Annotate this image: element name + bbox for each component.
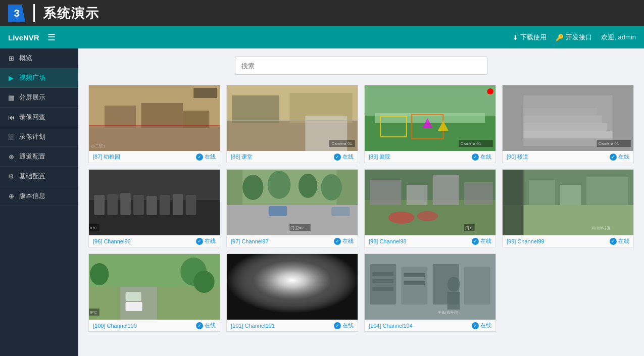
camera-card-99[interactable]: 04-22-2020 年4月 11:12:00 四(朝韩东互 [99] Chan… — [502, 169, 634, 247]
cam99-status: ✓ 在线 — [610, 237, 629, 245]
cam97-channel: [97] Channel97 — [231, 238, 269, 244]
basic-config-icon: ⚙ — [7, 173, 15, 180]
svg-rect-96 — [373, 279, 393, 283]
download-icon: ⬇ — [513, 34, 518, 41]
svg-text:四(朝韩东互: 四(朝韩东互 — [591, 226, 611, 230]
welcome-label: 欢迎, admin — [601, 33, 636, 42]
sidebar-label-split-display: 分屏展示 — [19, 93, 45, 102]
svg-rect-44 — [186, 195, 196, 215]
search-input[interactable] — [235, 57, 487, 75]
sidebar-item-split-display[interactable]: ▦ 分屏展示 — [0, 88, 78, 108]
camera-footer-104: [104] Channel104 ✓ 在线 — [365, 320, 496, 331]
camera-thumb-88: 2020年04月22日 星期三 11:19:09 Camera 01 — [227, 85, 358, 151]
sidebar-label-video-plaza: 视频广场 — [19, 73, 45, 82]
svg-rect-84 — [126, 302, 142, 311]
svg-text:IPC: IPC — [90, 310, 97, 315]
status-dot-104: ✓ — [472, 322, 479, 329]
svg-rect-97 — [373, 287, 393, 291]
hamburger-icon[interactable]: ☰ — [47, 32, 56, 43]
sidebar-label-playback: 录像回查 — [19, 113, 45, 122]
api-button[interactable]: 🔑 开发接口 — [556, 33, 592, 42]
status-dot-100: ✓ — [196, 322, 203, 329]
camera-thumb-98: 04-22-2020 星期三 11:22:28 门1 — [365, 170, 496, 235]
sidebar-label-channel-config: 通道配置 — [19, 152, 45, 161]
camera-footer-87: [87] 幼稚园 ✓ 在线 — [89, 151, 220, 163]
camera-grid: 2020年04月22日 星期三 11:19:08 小二班1 [87] 幼稚园 — [88, 85, 634, 332]
sidebar-item-video-plaza[interactable]: ▶ 视频广场 — [0, 68, 78, 88]
camera-card-88[interactable]: 2020年04月22日 星期三 11:19:09 Camera 01 [88] … — [226, 85, 358, 163]
cam98-status: ✓ 在线 — [472, 237, 491, 245]
camera-card-100[interactable]: IPC [100] Channel100 ✓ 在线 — [88, 253, 220, 332]
svg-rect-9 — [232, 95, 279, 123]
svg-point-100 — [448, 277, 460, 292]
title-divider — [33, 4, 35, 22]
svg-point-51 — [268, 171, 291, 199]
sidebar-item-channel-config[interactable]: ⊛ 通道配置 — [0, 147, 78, 167]
cam88-channel: [88] 课堂 — [231, 153, 253, 161]
camera-footer-90: [90] 楼道 ✓ 在线 — [503, 151, 633, 163]
camera-card-104[interactable]: 2020年4月 星期三 11:13:02 — [364, 253, 496, 332]
status-label-96: 在线 — [205, 237, 216, 245]
svg-rect-42 — [160, 195, 170, 215]
cam89-channel: [89] 庭院 — [369, 153, 390, 161]
svg-point-82 — [193, 271, 214, 293]
sidebar-item-playback[interactable]: ⏮ 录像回查 — [0, 108, 78, 127]
api-icon: 🔑 — [556, 34, 564, 41]
svg-rect-73 — [560, 185, 581, 205]
svg-point-52 — [299, 174, 317, 198]
svg-rect-95 — [373, 272, 393, 276]
camera-thumb-101: 04/22/2020 星期三 11:00:39 — [227, 254, 358, 320]
status-dot-90: ✓ — [610, 154, 617, 161]
sidebar-item-schedule[interactable]: ☰ 录像计划 — [0, 127, 78, 147]
svg-text:Camera 01: Camera 01 — [599, 141, 619, 146]
svg-rect-92 — [402, 267, 428, 304]
svg-rect-3 — [141, 103, 183, 128]
cam89-status: ✓ 在线 — [472, 153, 491, 161]
svg-rect-63 — [433, 175, 459, 205]
camera-card-98[interactable]: 04-22-2020 星期三 11:22:28 门1 — [364, 169, 496, 247]
api-label: 开发接口 — [566, 33, 592, 42]
camera-card-101[interactable]: 04/22/2020 星期三 11:00:39 [ — [226, 253, 358, 332]
camera-thumb-100: IPC — [89, 254, 220, 320]
camera-thumb-97: 04-22-2020 星期三 11:08:28 — [227, 170, 358, 235]
sidebar-item-version[interactable]: ⊕ 版本信息 — [0, 186, 78, 206]
status-label-104: 在线 — [480, 322, 491, 329]
cam99-channel: [99] Channel99 — [507, 238, 544, 244]
status-dot-96: ✓ — [196, 238, 203, 245]
status-dot-97: ✓ — [334, 238, 341, 245]
sidebar-label-schedule: 录像计划 — [19, 132, 45, 141]
cam98-channel: [98] Channel98 — [369, 238, 407, 244]
camera-card-89[interactable]: 2020年04月22日 星期三 11:00:08 Camera 01 — [364, 85, 496, 163]
overview-icon: ⊞ — [7, 55, 15, 62]
sidebar-item-basic-config[interactable]: ⚙ 基础配置 — [0, 167, 78, 186]
camera-card-96[interactable]: 2020-04-22 星期三 11:28:16 — [88, 169, 220, 247]
sidebar: ⊞ 概览 ▶ 视频广场 ▦ 分屏展示 ⏮ 录像回查 ☰ 录像计划 ⊛ 通道配置 … — [0, 48, 78, 356]
svg-rect-99 — [404, 281, 425, 285]
cam96-channel: [96] Channel96 — [93, 238, 131, 244]
camera-card-97[interactable]: 04-22-2020 星期三 11:08:28 — [226, 169, 358, 247]
camera-thumb-90: 2020年04月22日 星期三 11:06:07 Camera 01 — [503, 85, 633, 151]
camera-footer-96: [96] Channel96 ✓ 在线 — [89, 235, 220, 247]
status-label-87: 在线 — [205, 153, 216, 161]
svg-rect-91 — [370, 264, 396, 304]
nav-bar: LiveNVR ☰ ⬇ 下载使用 🔑 开发接口 欢迎, admin — [0, 26, 644, 48]
svg-rect-62 — [407, 185, 427, 205]
svg-rect-6 — [193, 88, 217, 98]
camera-card-87[interactable]: 2020年04月22日 星期三 11:19:08 小二班1 [87] 幼稚园 — [88, 85, 220, 163]
svg-point-80 — [90, 263, 109, 285]
sidebar-label-overview: 概览 — [19, 54, 32, 63]
camera-thumb-104: 2020年4月 星期三 11:13:02 — [365, 254, 496, 320]
svg-rect-32 — [523, 100, 591, 108]
camera-card-90[interactable]: 2020年04月22日 星期三 11:06:07 Camera 01 — [502, 85, 634, 163]
svg-point-53 — [321, 174, 341, 200]
camera-thumb-89: 2020年04月22日 星期三 11:00:08 Camera 01 — [365, 85, 496, 151]
cam101-status: ✓ 在线 — [334, 322, 354, 329]
svg-rect-98 — [404, 273, 425, 277]
download-button[interactable]: ⬇ 下载使用 — [513, 33, 547, 42]
status-dot-98: ✓ — [472, 238, 479, 245]
sidebar-item-overview[interactable]: ⊞ 概览 — [0, 48, 78, 68]
status-dot-89: ✓ — [472, 154, 479, 161]
camera-footer-99: [99] Channel99 ✓ 在线 — [503, 235, 633, 247]
status-dot-101: ✓ — [334, 322, 341, 329]
sidebar-label-version: 版本信息 — [19, 191, 45, 200]
